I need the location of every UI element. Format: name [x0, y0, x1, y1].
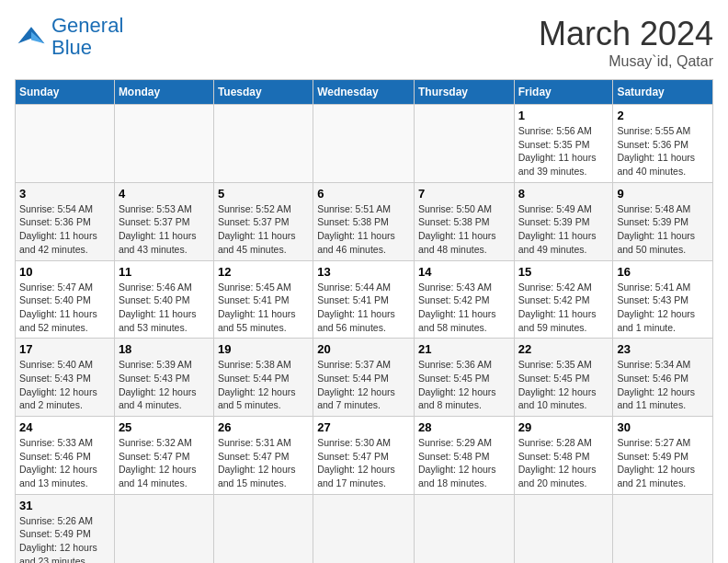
day-info: Sunrise: 5:36 AM Sunset: 5:45 PM Dayligh…	[418, 358, 510, 412]
day-info: Sunrise: 5:48 AM Sunset: 5:39 PM Dayligh…	[617, 202, 709, 257]
title-area: March 2024 Musay`id, Qatar	[539, 15, 713, 70]
day-number: 18	[119, 342, 210, 356]
day-number: 27	[317, 420, 410, 434]
day-info: Sunrise: 5:50 AM Sunset: 5:38 PM Dayligh…	[418, 202, 510, 257]
calendar-cell	[313, 105, 415, 183]
weekday-header-wednesday: Wednesday	[313, 80, 415, 105]
day-number: 17	[19, 342, 110, 356]
day-info: Sunrise: 5:38 AM Sunset: 5:44 PM Dayligh…	[218, 358, 309, 412]
calendar-week-row: 31Sunrise: 5:26 AM Sunset: 5:49 PM Dayli…	[16, 494, 713, 563]
day-info: Sunrise: 5:51 AM Sunset: 5:38 PM Dayligh…	[317, 202, 410, 257]
day-number: 25	[119, 420, 210, 434]
calendar-cell: 25Sunrise: 5:32 AM Sunset: 5:47 PM Dayli…	[114, 417, 213, 495]
calendar-cell: 27Sunrise: 5:30 AM Sunset: 5:47 PM Dayli…	[313, 417, 415, 495]
day-number: 21	[418, 342, 510, 356]
day-info: Sunrise: 5:43 AM Sunset: 5:42 PM Dayligh…	[418, 281, 510, 335]
day-info: Sunrise: 5:29 AM Sunset: 5:48 PM Dayligh…	[418, 436, 510, 490]
day-number: 14	[418, 265, 510, 279]
day-info: Sunrise: 5:44 AM Sunset: 5:41 PM Dayligh…	[317, 281, 410, 335]
calendar-cell: 19Sunrise: 5:38 AM Sunset: 5:44 PM Dayli…	[213, 339, 313, 417]
day-number: 23	[617, 342, 709, 356]
calendar-cell: 24Sunrise: 5:33 AM Sunset: 5:46 PM Dayli…	[16, 417, 115, 495]
day-info: Sunrise: 5:41 AM Sunset: 5:43 PM Dayligh…	[617, 281, 709, 335]
day-info: Sunrise: 5:28 AM Sunset: 5:48 PM Dayligh…	[518, 436, 609, 490]
calendar-cell: 10Sunrise: 5:47 AM Sunset: 5:40 PM Dayli…	[16, 260, 115, 339]
calendar-cell: 2Sunrise: 5:55 AM Sunset: 5:36 PM Daylig…	[613, 105, 713, 183]
day-info: Sunrise: 5:49 AM Sunset: 5:39 PM Dayligh…	[518, 202, 609, 257]
calendar-cell: 31Sunrise: 5:26 AM Sunset: 5:49 PM Dayli…	[16, 494, 115, 563]
day-number: 24	[19, 420, 110, 434]
day-number: 1	[518, 109, 609, 122]
calendar-cell: 20Sunrise: 5:37 AM Sunset: 5:44 PM Dayli…	[313, 339, 415, 417]
calendar-cell: 26Sunrise: 5:31 AM Sunset: 5:47 PM Dayli…	[213, 417, 313, 495]
day-number: 22	[518, 342, 609, 356]
weekday-header-friday: Friday	[514, 80, 613, 105]
day-info: Sunrise: 5:40 AM Sunset: 5:43 PM Dayligh…	[19, 358, 110, 412]
day-number: 13	[317, 265, 410, 279]
day-info: Sunrise: 5:35 AM Sunset: 5:45 PM Dayligh…	[518, 358, 609, 412]
day-info: Sunrise: 5:42 AM Sunset: 5:42 PM Dayligh…	[518, 281, 609, 335]
weekday-header-sunday: Sunday	[16, 80, 115, 105]
day-number: 11	[119, 265, 210, 279]
calendar-cell	[514, 494, 613, 563]
weekday-header-saturday: Saturday	[613, 80, 713, 105]
calendar-cell: 17Sunrise: 5:40 AM Sunset: 5:43 PM Dayli…	[16, 339, 115, 417]
day-info: Sunrise: 5:52 AM Sunset: 5:37 PM Dayligh…	[218, 202, 309, 257]
calendar-cell: 28Sunrise: 5:29 AM Sunset: 5:48 PM Dayli…	[414, 417, 514, 495]
day-info: Sunrise: 5:26 AM Sunset: 5:49 PM Dayligh…	[19, 514, 110, 563]
logo: GeneralBlue	[15, 15, 123, 59]
calendar-cell	[213, 105, 313, 183]
calendar-cell: 9Sunrise: 5:48 AM Sunset: 5:39 PM Daylig…	[613, 182, 713, 260]
calendar-cell	[114, 494, 213, 563]
calendar-cell: 29Sunrise: 5:28 AM Sunset: 5:48 PM Dayli…	[514, 417, 613, 495]
day-number: 26	[218, 420, 309, 434]
day-info: Sunrise: 5:39 AM Sunset: 5:43 PM Dayligh…	[119, 358, 210, 412]
calendar-location: Musay`id, Qatar	[539, 53, 713, 70]
calendar-cell: 21Sunrise: 5:36 AM Sunset: 5:45 PM Dayli…	[414, 339, 514, 417]
weekday-header-tuesday: Tuesday	[213, 80, 313, 105]
calendar-week-row: 17Sunrise: 5:40 AM Sunset: 5:43 PM Dayli…	[16, 339, 713, 417]
logo-text: GeneralBlue	[51, 15, 123, 59]
day-number: 4	[119, 187, 210, 201]
day-number: 31	[19, 499, 110, 512]
day-number: 5	[218, 187, 309, 201]
day-info: Sunrise: 5:55 AM Sunset: 5:36 PM Dayligh…	[617, 124, 709, 178]
calendar-table: SundayMondayTuesdayWednesdayThursdayFrid…	[15, 79, 713, 563]
calendar-cell: 12Sunrise: 5:45 AM Sunset: 5:41 PM Dayli…	[213, 260, 313, 339]
weekday-header-row: SundayMondayTuesdayWednesdayThursdayFrid…	[16, 80, 713, 105]
day-number: 30	[617, 420, 709, 434]
day-info: Sunrise: 5:33 AM Sunset: 5:46 PM Dayligh…	[19, 436, 110, 490]
logo-icon	[15, 20, 48, 53]
calendar-cell: 1Sunrise: 5:56 AM Sunset: 5:35 PM Daylig…	[514, 105, 613, 183]
calendar-week-row: 3Sunrise: 5:54 AM Sunset: 5:36 PM Daylig…	[16, 182, 713, 260]
day-number: 10	[19, 265, 110, 279]
calendar-cell: 6Sunrise: 5:51 AM Sunset: 5:38 PM Daylig…	[313, 182, 415, 260]
calendar-cell: 22Sunrise: 5:35 AM Sunset: 5:45 PM Dayli…	[514, 339, 613, 417]
day-number: 28	[418, 420, 510, 434]
day-number: 8	[518, 187, 609, 201]
calendar-week-row: 10Sunrise: 5:47 AM Sunset: 5:40 PM Dayli…	[16, 260, 713, 339]
day-info: Sunrise: 5:37 AM Sunset: 5:44 PM Dayligh…	[317, 358, 410, 412]
calendar-title: March 2024	[539, 15, 713, 53]
calendar-cell: 14Sunrise: 5:43 AM Sunset: 5:42 PM Dayli…	[414, 260, 514, 339]
day-info: Sunrise: 5:54 AM Sunset: 5:36 PM Dayligh…	[19, 202, 110, 257]
calendar-cell	[313, 494, 415, 563]
calendar-cell: 30Sunrise: 5:27 AM Sunset: 5:49 PM Dayli…	[613, 417, 713, 495]
weekday-header-monday: Monday	[114, 80, 213, 105]
weekday-header-thursday: Thursday	[414, 80, 514, 105]
calendar-cell: 18Sunrise: 5:39 AM Sunset: 5:43 PM Dayli…	[114, 339, 213, 417]
calendar-cell	[414, 494, 514, 563]
day-info: Sunrise: 5:45 AM Sunset: 5:41 PM Dayligh…	[218, 281, 309, 335]
day-number: 29	[518, 420, 609, 434]
calendar-cell	[114, 105, 213, 183]
day-number: 3	[19, 187, 110, 201]
day-info: Sunrise: 5:56 AM Sunset: 5:35 PM Dayligh…	[518, 124, 609, 178]
day-number: 6	[317, 187, 410, 201]
day-number: 12	[218, 265, 309, 279]
calendar-cell: 13Sunrise: 5:44 AM Sunset: 5:41 PM Dayli…	[313, 260, 415, 339]
calendar-cell: 15Sunrise: 5:42 AM Sunset: 5:42 PM Dayli…	[514, 260, 613, 339]
calendar-cell: 16Sunrise: 5:41 AM Sunset: 5:43 PM Dayli…	[613, 260, 713, 339]
day-info: Sunrise: 5:30 AM Sunset: 5:47 PM Dayligh…	[317, 436, 410, 490]
day-number: 19	[218, 342, 309, 356]
day-number: 15	[518, 265, 609, 279]
